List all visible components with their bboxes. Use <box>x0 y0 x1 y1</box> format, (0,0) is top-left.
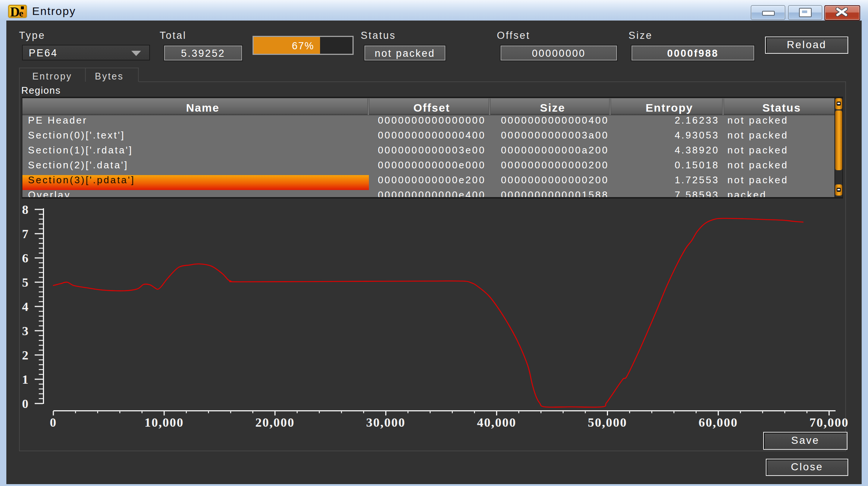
svg-text:60,000: 60,000 <box>699 415 738 429</box>
svg-text:70,000: 70,000 <box>809 415 849 429</box>
svg-text:20,000: 20,000 <box>255 415 295 429</box>
svg-text:6: 6 <box>22 251 28 265</box>
svg-text:30,000: 30,000 <box>366 415 406 429</box>
svg-text:1: 1 <box>22 373 28 386</box>
svg-text:0: 0 <box>50 415 57 429</box>
svg-text:3: 3 <box>22 324 28 338</box>
svg-text:5: 5 <box>22 275 28 289</box>
svg-text:50,000: 50,000 <box>588 415 627 429</box>
svg-text:4: 4 <box>22 300 28 314</box>
svg-text:2: 2 <box>22 348 28 362</box>
svg-text:8: 8 <box>22 203 28 216</box>
svg-text:7: 7 <box>22 227 28 241</box>
svg-text:0: 0 <box>22 397 28 411</box>
svg-text:10,000: 10,000 <box>144 415 184 429</box>
svg-text:40,000: 40,000 <box>477 415 517 429</box>
